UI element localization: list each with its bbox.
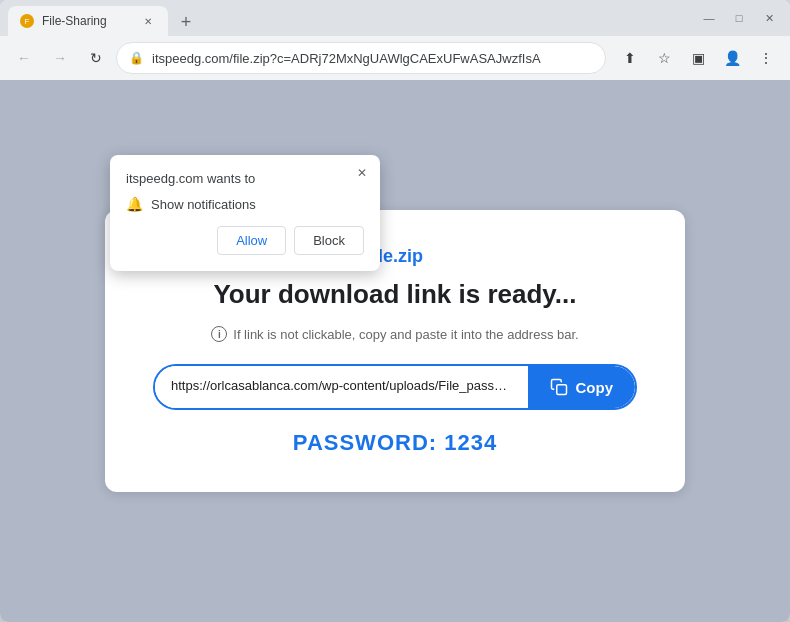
nav-bar: ← → ↻ 🔒 itspeedg.com/file.zip?c=ADRj72Mx… xyxy=(0,36,790,80)
window-controls: — □ ✕ xyxy=(696,8,782,28)
svg-rect-0 xyxy=(556,385,566,395)
popup-buttons: Allow Block xyxy=(126,226,364,255)
popup-close-button[interactable]: ✕ xyxy=(352,163,372,183)
notification-popup: ✕ itspeedg.com wants to 🔔 Show notificat… xyxy=(110,155,380,271)
tab-favicon: F xyxy=(20,14,34,28)
menu-button[interactable]: ⋮ xyxy=(750,42,782,74)
bookmark-button[interactable]: ☆ xyxy=(648,42,680,74)
copy-button-label: Copy xyxy=(576,379,614,396)
address-text: itspeedg.com/file.zip?c=ADRj72MxNgUAWlgC… xyxy=(152,51,593,66)
block-button[interactable]: Block xyxy=(294,226,364,255)
title-bar: F File-Sharing ✕ + — □ ✕ xyxy=(0,0,790,36)
content-area: FISH.COM ✕ itspeedg.com wants to 🔔 Show … xyxy=(0,80,790,622)
copy-icon xyxy=(550,378,568,396)
copy-button[interactable]: Copy xyxy=(528,366,636,408)
tab-close-button[interactable]: ✕ xyxy=(140,13,156,29)
info-icon: i xyxy=(211,326,227,342)
extension-button[interactable]: ▣ xyxy=(682,42,714,74)
share-button[interactable]: ⬆ xyxy=(614,42,646,74)
minimize-button[interactable]: — xyxy=(696,8,722,28)
hint-row: i If link is not clickable, copy and pas… xyxy=(153,326,637,342)
nav-actions: ⬆ ☆ ▣ 👤 ⋮ xyxy=(614,42,782,74)
notification-row: 🔔 Show notifications xyxy=(126,196,364,212)
hint-text: If link is not clickable, copy and paste… xyxy=(233,327,578,342)
bell-icon: 🔔 xyxy=(126,196,143,212)
password-text: PASSWORD: 1234 xyxy=(153,430,637,456)
maximize-button[interactable]: □ xyxy=(726,8,752,28)
forward-button[interactable]: → xyxy=(44,42,76,74)
popup-header-text: itspeedg.com wants to xyxy=(126,171,364,186)
notification-label: Show notifications xyxy=(151,197,256,212)
allow-button[interactable]: Allow xyxy=(217,226,286,255)
browser-window: F File-Sharing ✕ + — □ ✕ ← → ↻ 🔒 itspeed… xyxy=(0,0,790,622)
refresh-button[interactable]: ↻ xyxy=(80,42,112,74)
address-bar[interactable]: 🔒 itspeedg.com/file.zip?c=ADRj72MxNgUAWl… xyxy=(116,42,606,74)
back-button[interactable]: ← xyxy=(8,42,40,74)
link-row: https://orlcasablanca.com/wp-content/upl… xyxy=(153,364,637,410)
tab-title: File-Sharing xyxy=(42,14,132,28)
new-tab-button[interactable]: + xyxy=(172,8,200,36)
lock-icon: 🔒 xyxy=(129,51,144,65)
download-link[interactable]: https://orlcasablanca.com/wp-content/upl… xyxy=(155,366,528,408)
profile-button[interactable]: 👤 xyxy=(716,42,748,74)
tab-strip: F File-Sharing ✕ + xyxy=(8,0,688,36)
main-heading: Your download link is ready... xyxy=(153,279,637,310)
close-button[interactable]: ✕ xyxy=(756,8,782,28)
active-tab[interactable]: F File-Sharing ✕ xyxy=(8,6,168,36)
